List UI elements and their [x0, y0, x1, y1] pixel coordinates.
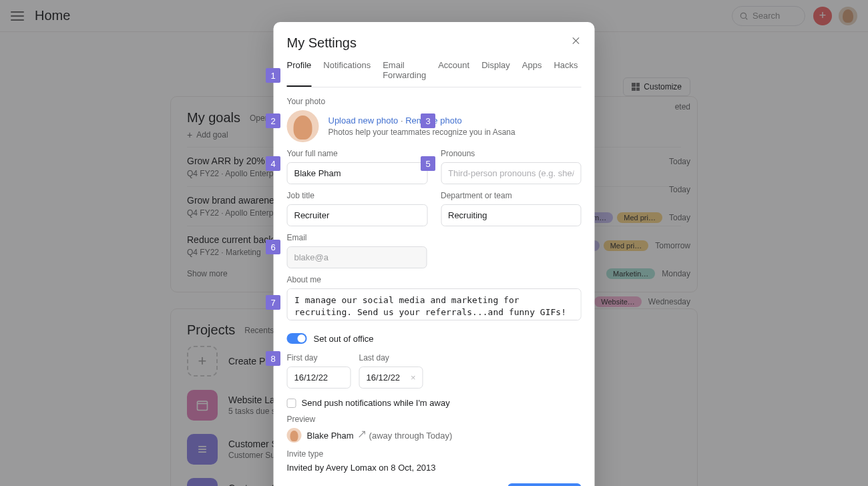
invite-line: Invited by Avery Lomax on 8 Oct, 2013: [287, 463, 582, 473]
pronouns-input[interactable]: [441, 162, 582, 184]
tab-profile[interactable]: Profile: [287, 60, 312, 87]
settings-tabs: ProfileNotificationsEmail ForwardingAcco…: [287, 60, 582, 87]
last-day-label: Last day: [359, 353, 423, 362]
photo-help-text: Photos help your teammates recognize you…: [329, 128, 515, 137]
out-of-office-toggle[interactable]: [287, 333, 307, 344]
push-notifications-label: Send push notifications while I'm away: [302, 398, 450, 408]
pronouns-label: Pronouns: [441, 149, 582, 158]
push-notifications-checkbox[interactable]: [287, 399, 296, 408]
callout-4: 4: [266, 156, 280, 171]
callout-8: 8: [266, 351, 280, 366]
tab-hacks[interactable]: Hacks: [554, 60, 578, 87]
department-input[interactable]: [441, 204, 582, 226]
job-title-input[interactable]: [287, 204, 428, 226]
last-day-input[interactable]: 16/12/22×: [359, 367, 423, 389]
settings-modal: My Settings ProfileNotificationsEmail Fo…: [274, 22, 595, 486]
job-title-label: Job title: [287, 191, 428, 200]
email-label: Email: [287, 233, 582, 242]
tab-display[interactable]: Display: [481, 60, 510, 87]
avatar: [287, 110, 319, 142]
tab-account[interactable]: Account: [438, 60, 469, 87]
out-of-office-label: Set out of office: [314, 334, 374, 344]
email-field: [287, 246, 427, 268]
out-of-office-icon: [358, 430, 367, 441]
fullname-label: Your full name: [287, 149, 428, 158]
callout-5: 5: [421, 156, 435, 171]
save-changes-button[interactable]: Save changes: [507, 483, 581, 486]
first-day-input[interactable]: 16/12/22: [287, 367, 351, 389]
upload-photo-link[interactable]: Upload new photo: [329, 115, 399, 126]
preview-away-text: (away through Today): [369, 431, 453, 441]
tab-apps[interactable]: Apps: [522, 60, 542, 87]
callout-1: 1: [266, 68, 280, 83]
department-label: Department or team: [441, 191, 582, 200]
callout-6: 6: [266, 240, 280, 254]
preview-label: Preview: [287, 415, 582, 424]
about-label: About me: [287, 275, 582, 284]
clear-last-day-icon[interactable]: ×: [411, 373, 416, 383]
fullname-input[interactable]: [287, 162, 428, 184]
your-photo-label: Your photo: [287, 97, 582, 106]
invite-type-label: Invite type: [287, 449, 582, 459]
tab-email-forwarding[interactable]: Email Forwarding: [383, 60, 426, 87]
preview-avatar: [287, 428, 302, 443]
callout-2: 2: [266, 113, 280, 128]
callout-7: 7: [266, 295, 280, 310]
callout-3: 3: [421, 113, 435, 128]
first-day-label: First day: [287, 353, 351, 362]
modal-title: My Settings: [287, 35, 582, 51]
tab-notifications[interactable]: Notifications: [323, 60, 371, 87]
preview-name: Blake Pham: [307, 431, 354, 441]
close-icon[interactable]: [568, 33, 584, 49]
about-me-textarea[interactable]: [287, 288, 582, 320]
